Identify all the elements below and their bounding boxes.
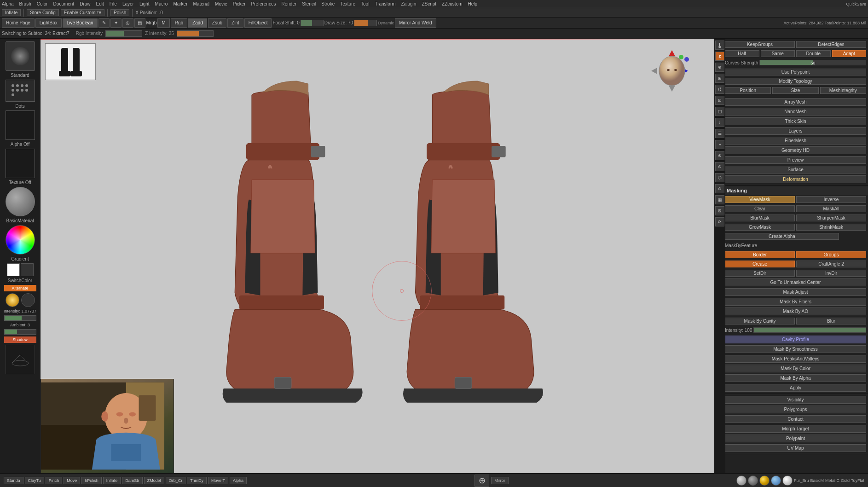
menu-alpha[interactable]: Alpha	[2, 1, 14, 6]
material-basic-sphere[interactable]	[736, 475, 746, 486]
visibility-button[interactable]: Visibility	[725, 396, 866, 404]
set-dir-button[interactable]: SetDir	[725, 270, 795, 277]
border-button[interactable]: Border	[725, 251, 795, 258]
pinch-tool[interactable]: Pinch	[46, 477, 63, 484]
brush-icon[interactable]	[715, 41, 724, 50]
double-button[interactable]: Double	[796, 50, 831, 57]
material-toy-sphere[interactable]	[771, 475, 781, 486]
scroll-icon-8[interactable]: ⌖	[715, 140, 724, 149]
curves-strength-slider[interactable]: 50	[759, 60, 866, 65]
light-on-button[interactable]	[6, 293, 19, 307]
deformation-button[interactable]: Deformation	[725, 175, 866, 183]
zint-button[interactable]: Zint	[227, 18, 243, 28]
blur-mask-button[interactable]: BlurMask	[725, 215, 795, 221]
intensity-100-slider[interactable]	[753, 327, 866, 333]
scroll-icon-5[interactable]: ◫	[715, 107, 724, 116]
scroll-icon-4[interactable]: ⊡	[715, 96, 724, 105]
zmodel-tool[interactable]: ZModel	[144, 477, 164, 484]
tab-home-page[interactable]: Home Page	[2, 18, 35, 28]
color-picker[interactable]	[6, 225, 35, 255]
size-button[interactable]: Size	[772, 87, 818, 94]
trimdy-tool[interactable]: TrimDy	[187, 477, 207, 484]
scroll-icon-10[interactable]: ⊙	[715, 162, 724, 171]
main-viewport[interactable]	[41, 39, 723, 473]
thick-skin-button[interactable]: Thick Skin	[725, 117, 866, 125]
mirror-button[interactable]: Mirror	[491, 477, 509, 484]
fill-object-button[interactable]: FillObject	[244, 18, 272, 28]
menu-document[interactable]: Document	[53, 1, 75, 6]
masking-header[interactable]: Masking	[723, 186, 868, 195]
preview-button[interactable]: Preview	[725, 156, 866, 164]
zadd-button[interactable]: Zadd	[188, 18, 207, 28]
move-tool[interactable]: Move	[64, 477, 80, 484]
mask-all-button[interactable]: MaskAll	[796, 205, 866, 212]
grow-mask-button[interactable]: GrowMask	[725, 224, 795, 231]
fiber-mesh-button[interactable]: FiberMesh	[725, 137, 866, 145]
alternate-button[interactable]: Alternate	[4, 285, 36, 291]
draw-icon[interactable]: ✦	[110, 18, 122, 28]
zbrush-logo-icon[interactable]: Z	[715, 52, 724, 61]
scroll-icon-9[interactable]: ⊗	[715, 151, 724, 160]
clear-button[interactable]: Clear	[725, 205, 795, 212]
mask-by-color-button[interactable]: Mask By Color	[725, 365, 866, 372]
scroll-icon-6[interactable]: ↕	[715, 118, 724, 127]
scroll-icon-15[interactable]: ⟳	[715, 217, 724, 226]
craft-angle-button[interactable]: CraftAngle 2	[796, 261, 866, 267]
menu-zalugin[interactable]: Zalugin	[401, 1, 417, 6]
shadow-button[interactable]: Shadow	[4, 336, 36, 343]
contact-button[interactable]: Contact	[725, 415, 866, 423]
background-swatch[interactable]	[21, 263, 34, 276]
enable-customize-button[interactable]: Enable Customize	[61, 9, 104, 16]
focal-shift-slider[interactable]	[301, 20, 324, 26]
tool-icon[interactable]: ◎	[122, 18, 133, 28]
mask-adjust-button[interactable]: Mask Adjust	[725, 288, 866, 296]
shrink-mask-button[interactable]: ShrinkMask	[796, 224, 866, 231]
groups-button[interactable]: Groups	[796, 251, 866, 258]
dots-preview[interactable]	[6, 80, 35, 102]
modify-topology-button[interactable]: Modify Topology	[725, 78, 866, 85]
menu-stroke[interactable]: Stroke	[321, 1, 335, 6]
crease-button[interactable]: Crease	[725, 261, 795, 267]
scroll-icon-14[interactable]: ⊠	[715, 206, 724, 215]
menu-material[interactable]: Material	[193, 1, 210, 6]
menu-file[interactable]: File	[110, 1, 117, 6]
move-t-tool[interactable]: Move T	[208, 477, 228, 484]
mesh-integrity-button[interactable]: MeshIntegrity	[820, 87, 866, 94]
position-button[interactable]: Position	[725, 87, 771, 94]
cavity-profile-button[interactable]: Cavity Profile	[725, 336, 866, 343]
material-sphere[interactable]	[6, 187, 35, 216]
zsub-button[interactable]: Zsub	[208, 18, 226, 28]
menu-render[interactable]: Render	[282, 1, 297, 6]
morph-target-button[interactable]: Morph Target	[725, 425, 866, 433]
geometry-hd-button[interactable]: Geometry HD	[725, 146, 866, 154]
same-button[interactable]: Same	[761, 50, 795, 57]
inverse-button[interactable]: Inverse	[796, 196, 866, 203]
misc-icon-1[interactable]: ▤	[134, 18, 145, 28]
scroll-icon-7[interactable]: ☰	[715, 129, 724, 138]
mask-by-cavity-button[interactable]: Mask By Cavity	[725, 318, 795, 325]
menu-picker[interactable]: Picker	[233, 1, 246, 6]
standa-tool[interactable]: Standa	[4, 477, 23, 484]
rgb-button[interactable]: Rgb	[171, 18, 187, 28]
edit-icon[interactable]: ✎	[98, 18, 110, 28]
scroll-icon-11[interactable]: ⬡	[715, 173, 724, 182]
viewport-thumbnail[interactable]	[45, 43, 96, 80]
menu-movie[interactable]: Movie	[215, 1, 227, 6]
surface-button[interactable]: Surface	[725, 166, 866, 174]
material-metal-sphere[interactable]	[748, 475, 758, 486]
layers-button[interactable]: Layers	[725, 127, 866, 135]
light-off-button[interactable]	[21, 293, 35, 307]
go-to-unmasked-center-button[interactable]: Go To Unmasked Center	[725, 278, 866, 286]
mask-by-alpha-button[interactable]: Mask By Alpha	[725, 374, 866, 382]
mirror-and-weld-button[interactable]: Mirror And Weld	[395, 18, 436, 28]
menu-stencil[interactable]: Stencil	[302, 1, 316, 6]
menu-marker[interactable]: Marker	[173, 1, 187, 6]
menu-zzcustom[interactable]: ZZcustom	[442, 1, 462, 6]
alpha-preview[interactable]	[6, 110, 35, 140]
half-button[interactable]: Half	[725, 50, 759, 57]
floor-texture-icon[interactable]	[6, 345, 35, 374]
scroll-icon-13[interactable]: ▦	[715, 195, 724, 204]
orb-tool[interactable]: Orb_Cr	[166, 477, 186, 484]
menu-tool[interactable]: Tool	[361, 1, 369, 6]
menu-help[interactable]: Help	[468, 1, 478, 6]
